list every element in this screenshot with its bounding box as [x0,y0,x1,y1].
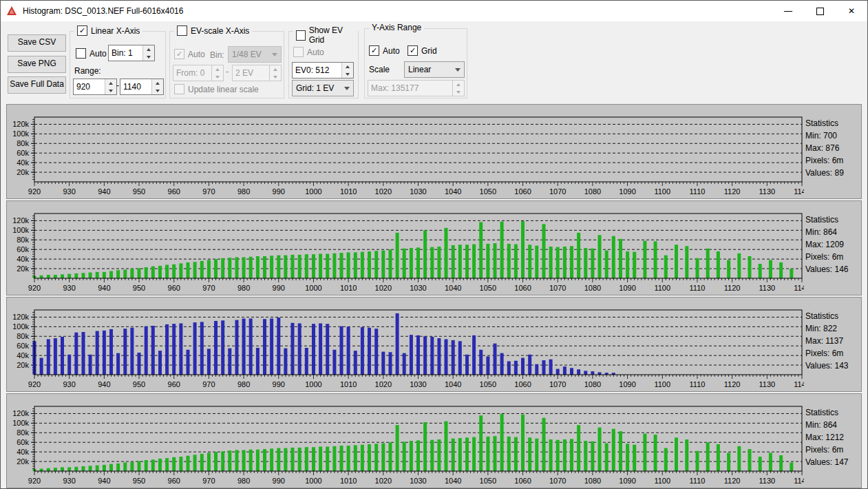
svg-text:1060: 1060 [514,380,531,388]
stats-title: Statistics [805,406,860,419]
svg-text:1130: 1130 [759,380,775,388]
stats-min: Min: 700 [805,129,860,142]
svg-text:980: 980 [237,477,250,485]
close-button[interactable]: ✕ [836,1,867,21]
stats-pixels: Pixels: 6m [805,347,860,360]
svg-text:120k: 120k [12,409,29,417]
scale-dropdown[interactable]: Linear [404,61,465,78]
histogram-chart-green2[interactable]: 20k40k60k80k100k120k92093094095096097098… [7,394,804,488]
spin-down-icon[interactable] [152,87,163,94]
svg-text:930: 930 [63,380,76,388]
svg-text:1000: 1000 [305,477,321,485]
svg-text:100k: 100k [12,129,29,138]
checkbox-unchecked-icon [177,25,187,36]
stats-max: Max: 876 [805,142,860,154]
y-auto-checkbox[interactable]: ✓ Auto [369,45,400,56]
svg-text:100k: 100k [12,226,29,234]
stats-max: Max: 1209 [805,238,860,251]
svg-text:1000: 1000 [305,284,321,292]
svg-text:80k: 80k [17,428,29,437]
spin-down-icon[interactable] [143,53,154,61]
spin-down-icon[interactable] [342,70,353,78]
svg-text:1020: 1020 [375,380,392,388]
svg-text:990: 990 [273,187,285,196]
y-axis-range-label: Y-Axis Range [369,23,424,32]
ev-grid-step-dropdown[interactable]: Grid: 1 EV [292,80,354,96]
save-png-button[interactable]: Save PNG [8,56,66,73]
histogram-chart-blue[interactable]: 20k40k60k80k100k120k92093094095096097098… [7,298,804,391]
stats-pixels: Pixels: 6m [805,251,860,263]
svg-text:20k: 20k [17,168,29,176]
svg-text:960: 960 [168,477,180,485]
svg-text:1050: 1050 [480,477,496,485]
save-csv-button[interactable]: Save CSV [8,34,66,52]
svg-text:1060: 1060 [514,284,531,292]
spin-up-icon[interactable] [152,79,163,87]
svg-text:1140: 1140 [794,284,804,292]
svg-text:1100: 1100 [654,380,670,388]
update-linear-scale-checkbox: Update linear scale [174,84,259,94]
ev0-spinbox[interactable]: EV0: 512 [292,62,354,79]
linear-auto-checkbox[interactable]: Auto [76,48,107,59]
spin-up-icon [270,65,281,73]
checkbox-checked-icon: ✓ [174,49,184,59]
svg-text:920: 920 [28,380,41,388]
spin-up-icon[interactable] [342,63,353,70]
svg-text:1090: 1090 [619,284,635,292]
ev-to-spinbox: 2 EV [232,65,282,81]
svg-text:1010: 1010 [340,477,357,485]
range-to-spinbox[interactable]: 1140 [120,79,164,95]
svg-text:960: 960 [168,284,180,292]
stats-values: Values: 147 [805,456,860,468]
histogram-chart-green1[interactable]: 20k40k60k80k100k120k92093094095096097098… [7,201,804,295]
svg-text:920: 920 [28,187,41,196]
svg-text:80k: 80k [17,236,29,244]
svg-text:1050: 1050 [480,284,496,292]
svg-text:60k: 60k [17,245,29,253]
spin-up-icon[interactable] [143,45,154,53]
svg-text:990: 990 [273,380,285,388]
close-icon: ✕ [848,6,855,16]
stats-pixels: Pixels: 6m [805,444,860,456]
window-title: Histogram: DSC_0013.NEF Full-6016x4016 [23,6,183,16]
chevron-down-icon [341,87,353,90]
range-from-spinbox[interactable]: 920 [73,79,117,95]
minimize-button[interactable]: — [772,1,804,21]
statistics-block: Statistics Min: 864 Max: 1212 Pixels: 6m… [805,406,860,468]
save-full-data-button[interactable]: Save Full Data [8,76,66,94]
svg-text:80k: 80k [17,139,29,147]
linear-x-axis-label: Linear X-Axis [91,26,140,36]
histogram-chart-red[interactable]: 20k40k60k80k100k120k92093094095096097098… [7,105,804,198]
svg-text:970: 970 [202,187,215,196]
svg-text:950: 950 [133,477,145,485]
bin-spinbox[interactable]: Bin: 1 [108,45,155,61]
svg-text:1110: 1110 [690,187,706,196]
svg-text:120k: 120k [12,120,29,128]
svg-text:1070: 1070 [549,477,566,485]
stats-pixels: Pixels: 6m [805,154,860,167]
svg-text:970: 970 [202,284,215,292]
stats-values: Values: 146 [805,263,860,275]
ev-scale-checkbox[interactable]: EV-scale X-Axis [177,25,249,36]
spin-down-icon[interactable] [105,87,116,94]
svg-text:1090: 1090 [619,187,635,196]
svg-text:940: 940 [98,187,110,196]
y-max-spinbox: Max: 135177 [368,80,465,96]
svg-text:40k: 40k [17,448,29,456]
spin-down-icon [212,73,223,81]
title-bar[interactable]: Histogram: DSC_0013.NEF Full-6016x4016 —… [1,1,867,21]
spin-down-icon [270,73,281,81]
show-ev-grid-checkbox[interactable]: Show EV Grid [296,25,355,45]
svg-text:40k: 40k [17,255,29,263]
y-grid-checkbox[interactable]: ✓ Grid [407,45,437,56]
maximize-button[interactable] [804,1,836,21]
linear-x-axis-checkbox[interactable]: ✓ Linear X-Axis [77,25,140,36]
svg-text:950: 950 [133,284,145,292]
svg-text:940: 940 [98,380,110,388]
svg-text:1030: 1030 [410,477,426,485]
svg-text:970: 970 [202,477,215,485]
checkbox-unchecked-icon [296,30,306,41]
svg-text:1080: 1080 [584,284,601,292]
spin-up-icon[interactable] [105,79,116,87]
svg-text:40k: 40k [17,351,29,360]
